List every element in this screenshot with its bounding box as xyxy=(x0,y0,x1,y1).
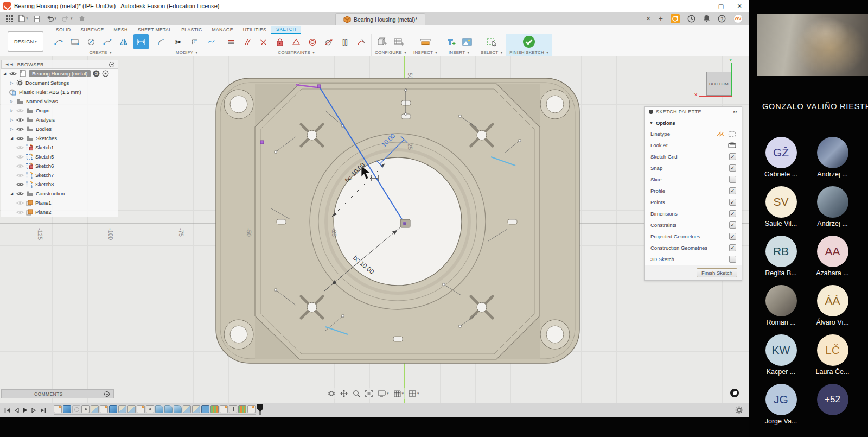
apps-grid-icon[interactable] xyxy=(3,13,16,24)
view-cube[interactable]: BOTTOM X Y xyxy=(705,71,738,103)
parallel-icon[interactable] xyxy=(241,35,254,48)
insert-image-icon[interactable] xyxy=(461,35,474,48)
mirror-icon[interactable] xyxy=(117,35,130,48)
comments-bar[interactable]: COMMENTS xyxy=(1,389,114,398)
workspace-switcher[interactable]: DESIGN ▾ xyxy=(8,31,43,52)
curvature-icon[interactable] xyxy=(355,35,368,48)
expand-icon[interactable]: ▷ xyxy=(9,109,14,113)
sketch-point-selected[interactable] xyxy=(260,141,264,144)
display-settings-toggle-icon[interactable] xyxy=(109,62,114,67)
participant-tile[interactable]: GŽGabrielė ... xyxy=(755,137,807,186)
expand-comments-icon[interactable] xyxy=(104,391,110,397)
participant-tile[interactable]: KWKacper ... xyxy=(755,334,807,384)
timeline-feature-thread[interactable] xyxy=(229,405,237,413)
timeline-feature-hole[interactable] xyxy=(146,405,154,413)
timeline-feature-sketch[interactable] xyxy=(54,405,62,413)
expand-icon[interactable]: ▷ xyxy=(9,81,14,85)
tangent-icon[interactable] xyxy=(322,35,335,48)
tab-solid[interactable]: SOLID xyxy=(51,26,76,34)
checkbox-3d-sketch[interactable] xyxy=(729,256,736,263)
pan-icon[interactable] xyxy=(340,390,348,397)
tree-item-sketch6[interactable]: Sketch6 xyxy=(1,161,118,170)
rectangle-icon[interactable] xyxy=(68,35,81,48)
tree-item-named-views[interactable]: ▷Named Views xyxy=(1,97,118,106)
configuration-icon[interactable] xyxy=(376,35,389,48)
tab-sheet-metal[interactable]: SHEET METAL xyxy=(133,26,177,34)
timeline-feature-feature-off[interactable] xyxy=(72,405,80,413)
dock-panel-icon[interactable]: ▸▸ xyxy=(733,110,738,114)
spline-icon[interactable] xyxy=(101,35,114,48)
extensions-icon[interactable] xyxy=(668,13,682,24)
collapse-icon[interactable]: ◢ xyxy=(9,192,14,196)
origin-marker[interactable] xyxy=(400,219,410,227)
group-label[interactable]: INSPECT ▾ xyxy=(413,50,437,56)
timeline-feature-sketch[interactable] xyxy=(247,405,256,413)
timeline-feature-fillet[interactable] xyxy=(155,405,163,413)
tab-sketch[interactable]: SKETCH xyxy=(271,26,301,34)
tree-item-sketch1[interactable]: Sketch1 xyxy=(1,143,118,152)
visibility-eye-icon[interactable] xyxy=(16,173,24,178)
visibility-eye-icon[interactable] xyxy=(16,154,24,160)
timeline-feature-sketch[interactable] xyxy=(220,405,228,413)
activate-target-icon[interactable] xyxy=(102,70,109,77)
participant-tile[interactable]: Roman ... xyxy=(755,285,807,334)
trim-icon[interactable]: ✂ xyxy=(172,35,185,48)
finish-sketch-button[interactable]: Finish Sketch xyxy=(697,268,737,277)
participant-tile[interactable]: Andrzej ... xyxy=(807,137,858,186)
timeline-feature-fillet[interactable] xyxy=(164,405,173,413)
visibility-eye-icon[interactable] xyxy=(16,191,24,197)
browser-header[interactable]: ◄◄ BROWSER xyxy=(1,60,118,69)
polygon-icon[interactable] xyxy=(290,35,303,48)
model-canvas[interactable]: fx: 10.00 10.00 fx: 10.00 xyxy=(0,56,749,403)
step-back-button[interactable] xyxy=(14,408,19,413)
zoom-icon[interactable] xyxy=(353,390,360,397)
visibility-eye-icon[interactable] xyxy=(16,117,24,123)
participant-tile[interactable]: AAAzahara ... xyxy=(807,236,858,285)
redo-icon[interactable]: ▾ xyxy=(59,13,75,24)
circle-icon[interactable] xyxy=(85,35,98,48)
concentric-icon[interactable] xyxy=(306,35,319,48)
perpendicular-icon[interactable] xyxy=(257,35,270,48)
skip-start-button[interactable] xyxy=(4,408,10,413)
checkbox-profile[interactable]: ✓ xyxy=(729,187,736,194)
symmetry-icon[interactable]: [|] xyxy=(339,35,352,48)
checkbox-slice[interactable] xyxy=(729,176,736,183)
checkbox-constraints[interactable]: ✓ xyxy=(729,221,736,229)
collapse-panel-icon[interactable]: ◄◄ xyxy=(5,62,14,67)
participant-tile[interactable]: JGJorge Va... xyxy=(755,384,807,433)
timeline-feature-body[interactable] xyxy=(63,405,71,413)
timeline-feature-pattern[interactable] xyxy=(238,405,246,413)
timeline-feature-fillet[interactable] xyxy=(174,405,182,413)
expand-icon[interactable]: ▷ xyxy=(9,99,14,104)
step-forward-button[interactable] xyxy=(31,408,36,413)
document-tab[interactable]: Bearing Housing (metal)* xyxy=(335,13,425,25)
checkbox-dimensions[interactable]: ✓ xyxy=(729,210,736,217)
home-icon[interactable] xyxy=(75,13,88,24)
checkbox-construction-geometries[interactable]: ✓ xyxy=(729,244,736,251)
visibility-eye-icon[interactable] xyxy=(16,126,24,132)
measure-icon[interactable] xyxy=(419,35,432,48)
play-button[interactable] xyxy=(23,407,28,413)
skip-end-button[interactable] xyxy=(40,408,46,413)
configuration-table-icon[interactable] xyxy=(392,35,405,48)
timeline-feature-chamfer[interactable] xyxy=(91,405,99,413)
expand-icon[interactable]: ▷ xyxy=(9,118,14,122)
group-label[interactable]: CONSTRAINTS ▾ xyxy=(278,50,315,56)
visibility-eye-icon[interactable] xyxy=(16,108,24,113)
freeform-icon[interactable] xyxy=(205,35,218,48)
line-icon[interactable] xyxy=(52,35,65,48)
timeline-feature-chamfer[interactable] xyxy=(127,405,136,413)
dimension-icon[interactable] xyxy=(133,34,149,49)
sketch-point-selected[interactable] xyxy=(317,85,321,88)
visibility-eye-icon[interactable] xyxy=(16,145,24,150)
insert-fastener-icon[interactable] xyxy=(444,35,457,48)
visibility-eye-icon[interactable] xyxy=(16,136,24,141)
tree-item-sketch7[interactable]: Sketch7 xyxy=(1,170,118,180)
tree-item-sketch8[interactable]: Sketch8 xyxy=(1,180,118,189)
expand-icon[interactable]: ▷ xyxy=(9,127,14,131)
palette-header[interactable]: SKETCH PALETTE ▸▸ xyxy=(645,107,742,117)
checkbox-snap[interactable]: ✓ xyxy=(729,164,736,172)
timeline-feature-pattern[interactable] xyxy=(210,405,219,413)
finish-sketch-icon[interactable] xyxy=(521,34,537,50)
tab-surface[interactable]: SURFACE xyxy=(76,26,109,34)
